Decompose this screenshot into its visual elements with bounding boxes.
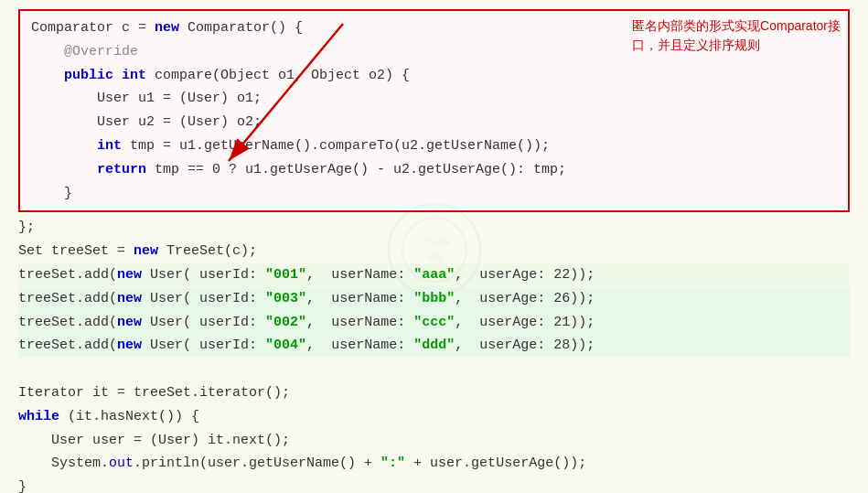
blank-line — [18, 358, 850, 381]
treeset-add-2: treeSet.add(new User( userId: "003", use… — [18, 287, 850, 311]
while-line: while (it.hasNext()) { — [18, 405, 850, 429]
code-line-4: User u1 = (User) o1; — [31, 87, 837, 111]
treeset-add-3: treeSet.add(new User( userId: "002", use… — [18, 311, 850, 335]
code-line-block-end: }; — [18, 216, 850, 240]
code-line-7: return tmp == 0 ? u1.getUserAge() - u2.g… — [31, 158, 837, 182]
treeset-init-line: Set treeSet = new TreeSet(c); — [18, 240, 850, 263]
annotation-line1: 匿名内部类的形式实现Comparator接 — [632, 18, 841, 33]
user-line: User user = (User) it.next(); — [18, 429, 850, 453]
code-line-3: public int compare(Object o1, Object o2)… — [31, 64, 837, 88]
code-area: 匿名内部类的形式实现Comparator接 口，并且定义排序规则 Compara… — [0, 0, 868, 493]
sysout-line: System.out.println(user.getUserName() + … — [18, 452, 850, 476]
code-line-5: User u2 = (User) o2; — [31, 111, 837, 134]
treeset-add-1: treeSet.add(new User( userId: "001", use… — [18, 263, 850, 287]
closing-brace: } — [18, 476, 850, 493]
code-line-8: } — [31, 182, 837, 206]
annotation-line2: 口，并且定义排序规则 — [632, 38, 760, 52]
annotation-box: 匿名内部类的形式实现Comparator接 口，并且定义排序规则 — [632, 16, 841, 55]
iterator-line: Iterator it = treeSet.iterator(); — [18, 381, 850, 405]
code-line-6: int tmp = u1.getUserName().compareTo(u2.… — [31, 134, 837, 158]
treeset-add-4: treeSet.add(new User( userId: "004", use… — [18, 334, 850, 358]
